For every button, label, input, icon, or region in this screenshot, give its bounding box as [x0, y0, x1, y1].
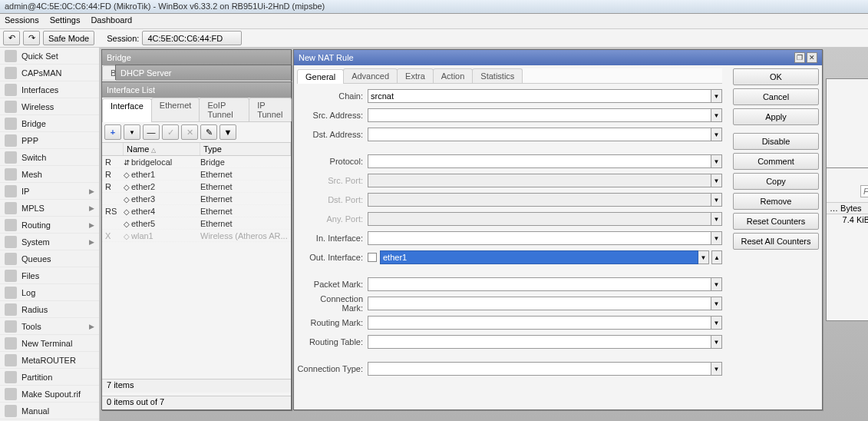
- sidebar-item-radius[interactable]: Radius: [0, 301, 99, 318]
- menu-sessions[interactable]: Sessions: [5, 15, 39, 27]
- bridge-window-title[interactable]: Bridge: [102, 50, 291, 65]
- inif-input[interactable]: [368, 231, 711, 245]
- pmark-input[interactable]: [368, 277, 711, 291]
- sidebar-item-capsman[interactable]: CAPsMAN: [0, 65, 99, 81]
- cancel-button[interactable]: Cancel: [733, 88, 819, 105]
- safe-mode-button[interactable]: Safe Mode: [43, 31, 94, 45]
- outif-input[interactable]: [380, 250, 698, 264]
- col-type[interactable]: Type: [200, 143, 291, 155]
- sidebar-item-tools[interactable]: Tools▶: [0, 318, 99, 335]
- interface-row[interactable]: R◇ether2Ethernet: [102, 181, 291, 193]
- sidebar-item-log[interactable]: Log: [0, 284, 99, 301]
- outif-invert-checkbox[interactable]: [368, 253, 377, 262]
- sidebar-item-ppp[interactable]: PPP: [0, 132, 99, 149]
- outif-expand[interactable]: ▲: [711, 250, 722, 264]
- ok-button[interactable]: OK: [733, 68, 819, 85]
- dstaddr-expand[interactable]: ▼: [711, 128, 722, 141]
- sidebar-item-ip[interactable]: IP▶: [0, 183, 99, 200]
- copy-button[interactable]: Copy: [733, 173, 819, 190]
- dstaddr-input[interactable]: [368, 128, 711, 141]
- sidebar-item-quick-set[interactable]: Quick Set: [0, 48, 99, 65]
- filter-button[interactable]: ▼: [219, 124, 236, 140]
- reset-all-counters-button[interactable]: Reset All Counters: [733, 233, 819, 250]
- nat-window[interactable]: New NAT Rule ❐ ✕ General Advanced Extra …: [293, 49, 823, 410]
- redo-button[interactable]: ↷: [23, 31, 40, 45]
- restore-icon[interactable]: ❐: [794, 52, 805, 63]
- nat-window-title[interactable]: New NAT Rule ❐ ✕: [294, 50, 822, 65]
- add-dropdown[interactable]: ▼: [124, 124, 140, 140]
- interface-row[interactable]: R◇ether1Ethernet: [102, 168, 291, 181]
- tab-action[interactable]: Action: [433, 68, 474, 83]
- remove-button[interactable]: Remove: [733, 193, 819, 210]
- sidebar-item-new-terminal[interactable]: New Terminal: [0, 335, 99, 352]
- menu-settings[interactable]: Settings: [50, 15, 81, 27]
- comment-button[interactable]: Comment: [733, 153, 819, 170]
- undo-button[interactable]: ↶: [3, 31, 20, 45]
- cmark-expand[interactable]: ▼: [711, 297, 722, 310]
- sidebar-item-make-supout-rif[interactable]: Make Supout.rif: [0, 386, 99, 403]
- interface-row[interactable]: ◇ether3Ethernet: [102, 193, 291, 205]
- sidebar-item-wireless[interactable]: Wireless: [0, 98, 99, 115]
- interface-list-title[interactable]: Interface List: [102, 82, 291, 98]
- find-input[interactable]: [860, 185, 868, 197]
- sidebar-item-system[interactable]: System▶: [0, 234, 99, 250]
- interface-row[interactable]: RS◇ether4Ethernet: [102, 205, 291, 217]
- background-window-2[interactable]: ❐ ✕ all ▼ … Bytes Packets ▼ 7.4 KiB 131: [826, 167, 868, 321]
- enable-button[interactable]: ✓: [162, 124, 179, 140]
- rmark-input[interactable]: [368, 316, 711, 330]
- tab-advanced[interactable]: Advanced: [343, 68, 398, 83]
- reset-counters-button[interactable]: Reset Counters: [733, 213, 819, 230]
- sidebar-item-queues[interactable]: Queues: [0, 250, 99, 267]
- rtable-input[interactable]: [368, 335, 711, 349]
- disable-button[interactable]: ✕: [181, 124, 198, 140]
- chain-dropdown[interactable]: ▼: [711, 89, 722, 103]
- tab-interface[interactable]: Interface: [102, 98, 152, 122]
- session-value: 4C:5E:0C:C6:44:FD: [142, 31, 242, 45]
- sidebar-item-mpls[interactable]: MPLS▶: [0, 200, 99, 217]
- add-button[interactable]: +: [104, 124, 121, 140]
- tab-iptunnel[interactable]: IP Tunnel: [249, 98, 292, 121]
- col-flag[interactable]: [102, 143, 124, 155]
- tab-ethernet[interactable]: Ethernet: [151, 98, 200, 121]
- menu-dashboard[interactable]: Dashboard: [91, 15, 132, 27]
- interface-row[interactable]: X◇wlan1Wireless (Atheros AR...: [102, 230, 291, 242]
- chain-input[interactable]: [368, 89, 711, 103]
- rmark-expand[interactable]: ▼: [711, 316, 722, 330]
- disable-button[interactable]: Disable: [733, 133, 819, 150]
- apply-button[interactable]: Apply: [733, 108, 819, 125]
- sidebar-item-routing[interactable]: Routing▶: [0, 217, 99, 234]
- dhcp-window-title[interactable]: DHCP Server: [116, 65, 291, 81]
- comment-button[interactable]: ✎: [200, 124, 217, 140]
- sidebar-item-switch[interactable]: Switch: [0, 149, 99, 166]
- inif-expand[interactable]: ▼: [711, 231, 722, 245]
- dhcp-window[interactable]: DHCP Server: [115, 65, 292, 80]
- cmark-input[interactable]: [368, 297, 711, 310]
- pmark-expand[interactable]: ▼: [711, 277, 722, 291]
- protocol-expand[interactable]: ▼: [711, 154, 722, 168]
- ctype-input[interactable]: [368, 362, 711, 376]
- sidebar-item-interfaces[interactable]: Interfaces: [0, 81, 99, 98]
- sidebar-item-bridge[interactable]: Bridge: [0, 115, 99, 132]
- srcaddr-input[interactable]: [368, 108, 711, 122]
- tab-extra[interactable]: Extra: [397, 68, 434, 83]
- interface-row[interactable]: ◇ether5Ethernet: [102, 217, 291, 230]
- col-name[interactable]: Name △: [124, 143, 200, 155]
- tab-eoip[interactable]: EoIP Tunnel: [199, 98, 249, 121]
- close-icon[interactable]: ✕: [807, 52, 817, 63]
- outif-dropdown[interactable]: ▼: [698, 250, 709, 264]
- srcaddr-expand[interactable]: ▼: [711, 108, 722, 122]
- col-bytes[interactable]: … Bytes: [827, 203, 868, 214]
- rtable-expand[interactable]: ▼: [711, 335, 722, 349]
- sidebar-item-metarouter[interactable]: MetaROUTER: [0, 352, 99, 369]
- tab-general[interactable]: General: [297, 69, 344, 84]
- sidebar-item-files[interactable]: Files: [0, 267, 99, 284]
- tab-statistics[interactable]: Statistics: [472, 68, 523, 83]
- sidebar-item-partition[interactable]: Partition: [0, 369, 99, 386]
- ctype-expand[interactable]: ▼: [711, 362, 722, 376]
- interface-row[interactable]: R⇵bridgelocalBridge: [102, 156, 291, 168]
- remove-button[interactable]: —: [143, 124, 160, 140]
- interface-list-window[interactable]: Interface List Interface Ethernet EoIP T…: [101, 81, 292, 410]
- sidebar-item-manual[interactable]: Manual: [0, 403, 99, 419]
- protocol-input[interactable]: [368, 154, 711, 168]
- sidebar-item-mesh[interactable]: Mesh: [0, 166, 99, 183]
